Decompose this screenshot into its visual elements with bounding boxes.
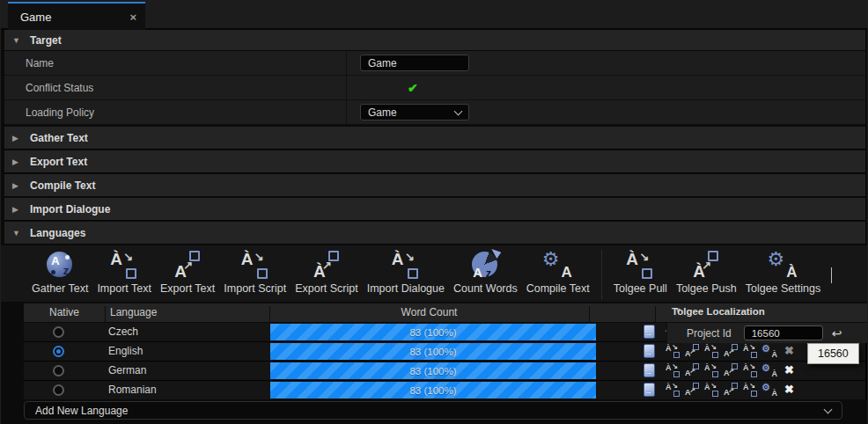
- column-divider: [346, 51, 347, 75]
- column-header-word-count[interactable]: Word Count: [269, 306, 589, 318]
- close-icon[interactable]: ×: [129, 11, 136, 24]
- import-dialogue-icon: À↘: [389, 249, 423, 281]
- import-culture-doc-icon[interactable]: [644, 383, 655, 397]
- import-text-button[interactable]: À↘ Import Text: [92, 248, 156, 296]
- toolbar-separator: [601, 250, 602, 299]
- culture-import-text-icon[interactable]: À↘: [666, 363, 680, 378]
- languages-table: Czech 83 (100%) À↘ A↗ À↘ A↗ À↘ ⚙À ✖ Engl…: [24, 323, 867, 399]
- culture-import-script-icon[interactable]: À↘: [704, 344, 719, 359]
- section-header-gather-text[interactable]: ▶ Gather Text: [4, 127, 865, 150]
- loading-policy-value: Game: [368, 106, 397, 119]
- name-label: Name: [4, 57, 54, 69]
- culture-import-dialogue-icon[interactable]: À↘: [743, 363, 758, 378]
- compile-text-button[interactable]: ⚙A Compile Text: [522, 248, 594, 296]
- culture-settings-icon[interactable]: ⚙À: [762, 363, 777, 378]
- column-header-language[interactable]: Language: [110, 306, 157, 318]
- delete-culture-icon-disabled: ✖: [784, 345, 794, 356]
- section-title: Import Dialogue: [30, 203, 110, 216]
- culture-import-dialogue-icon[interactable]: À↘: [743, 383, 758, 398]
- export-text-button[interactable]: A↗ Export Text: [156, 248, 219, 296]
- loading-policy-dropdown[interactable]: Game: [360, 104, 469, 121]
- tolgee-pull-button[interactable]: À↘ Tolgee Pull: [609, 248, 672, 296]
- culture-import-text-icon[interactable]: À↘: [666, 344, 680, 359]
- add-new-language-dropdown[interactable]: Add New Language: [24, 401, 842, 420]
- culture-import-script-icon[interactable]: À↘: [704, 363, 719, 378]
- project-id-label: Project Id: [687, 327, 732, 340]
- tolgee-push-icon: À↗: [689, 249, 723, 281]
- languages-toolbar: Az Gather Text À↘ Import Text A↗ Export …: [1, 245, 867, 302]
- table-row-romanian: Romanian 83 (100%) À↘ A↗ À↘ A↗ À↘ ⚙À ✖: [24, 381, 865, 399]
- native-radio[interactable]: [53, 384, 64, 396]
- section-header-import-dialogue[interactable]: ▶ Import Dialogue: [4, 198, 865, 221]
- tab-game[interactable]: Game ×: [8, 2, 145, 30]
- culture-export-text-icon[interactable]: A↗: [685, 344, 700, 359]
- chevron-down-icon: ▼: [12, 36, 23, 45]
- native-radio-selected[interactable]: [53, 346, 64, 357]
- tolgee-settings-icon: ⚙À: [766, 249, 799, 281]
- column-divider: [655, 306, 656, 322]
- project-id-input[interactable]: [744, 325, 823, 340]
- delete-culture-icon[interactable]: ✖: [784, 384, 794, 395]
- section-title: Compile Text: [30, 179, 95, 192]
- word-count-bar: 83 (100%): [270, 382, 596, 398]
- tolgee-localization-header[interactable]: ▼ Tolgee Localization: [666, 303, 867, 322]
- chevron-down-icon: ▼: [12, 229, 23, 238]
- import-text-icon: À↘: [107, 249, 141, 281]
- tolgee-push-button[interactable]: À↗ Tolgee Push: [672, 248, 741, 296]
- column-divider: [346, 100, 347, 124]
- tolgee-localization-title: Tolgee Localization: [672, 306, 765, 317]
- culture-settings-icon[interactable]: ⚙À: [762, 344, 777, 359]
- table-row-english: English 83 (100%) À↘ A↗ À↘ A↗ À↘ ⚙À ✖: [24, 342, 865, 361]
- localization-dashboard-window: Game × ▼ Target Name Conflict Status ✔ L…: [0, 0, 868, 424]
- import-script-button[interactable]: À↘ Import Script: [219, 248, 291, 296]
- import-culture-doc-icon[interactable]: [644, 344, 655, 358]
- import-culture-doc-icon[interactable]: [644, 325, 655, 339]
- project-id-tooltip: 16560: [807, 343, 859, 364]
- column-divider: [589, 306, 590, 322]
- section-header-languages[interactable]: ▼ Languages: [4, 222, 865, 245]
- gather-text-button[interactable]: Az Gather Text: [27, 248, 92, 296]
- gear-a-icon: ⚙A: [541, 249, 575, 281]
- property-row-conflict-status: Conflict Status ✔: [4, 76, 865, 100]
- culture-export-text-icon[interactable]: A↗: [685, 383, 700, 398]
- tolgee-settings-button[interactable]: ⚙À Tolgee Settings: [741, 248, 825, 296]
- chevron-down-icon: [824, 405, 833, 413]
- section-title: Export Text: [30, 156, 87, 168]
- column-divider: [105, 306, 106, 322]
- column-header-native[interactable]: Native: [24, 306, 105, 318]
- section-header-export-text[interactable]: ▶ Export Text: [4, 150, 865, 173]
- culture-export-script-icon[interactable]: A↗: [724, 363, 739, 378]
- column-divider: [346, 76, 347, 99]
- delete-culture-icon[interactable]: ✖: [784, 364, 794, 376]
- import-culture-doc-icon[interactable]: [644, 363, 655, 377]
- count-words-button[interactable]: Az Count Words: [449, 248, 522, 296]
- loading-policy-label: Loading Policy: [4, 106, 94, 119]
- culture-export-script-icon[interactable]: A↗: [724, 383, 739, 398]
- section-header-target[interactable]: ▼ Target: [4, 30, 865, 51]
- language-name: German: [108, 364, 146, 376]
- native-radio[interactable]: [53, 326, 64, 338]
- culture-import-script-icon[interactable]: À↘: [704, 383, 719, 398]
- word-count-bar: 83 (100%): [270, 343, 596, 360]
- import-dialogue-button[interactable]: À↘ Import Dialogue: [363, 248, 449, 296]
- culture-export-text-icon[interactable]: A↗: [685, 363, 700, 378]
- section-header-compile-text[interactable]: ▶ Compile Text: [4, 174, 865, 197]
- chevron-down-icon: [454, 106, 463, 115]
- word-count-bar: 83 (100%): [270, 324, 596, 340]
- tab-title: Game: [20, 11, 51, 24]
- chevron-right-icon: ▶: [12, 134, 23, 143]
- export-script-icon: À↗: [310, 249, 343, 281]
- culture-export-script-icon[interactable]: A↗: [724, 344, 739, 359]
- export-script-button[interactable]: À↗ Export Script: [291, 248, 363, 296]
- culture-settings-icon[interactable]: ⚙À: [762, 383, 777, 398]
- section-title: Target: [30, 34, 62, 47]
- culture-import-text-icon[interactable]: À↘: [666, 383, 680, 398]
- chevron-right-icon: ▶: [12, 205, 23, 214]
- culture-import-dialogue-icon[interactable]: À↘: [743, 344, 758, 359]
- toolbar-overflow-button[interactable]: [831, 267, 832, 283]
- name-input[interactable]: [360, 55, 469, 71]
- export-text-icon: A↗: [171, 249, 204, 281]
- language-name: English: [108, 345, 143, 357]
- reset-to-default-icon[interactable]: ↩: [832, 327, 842, 340]
- native-radio[interactable]: [53, 365, 64, 376]
